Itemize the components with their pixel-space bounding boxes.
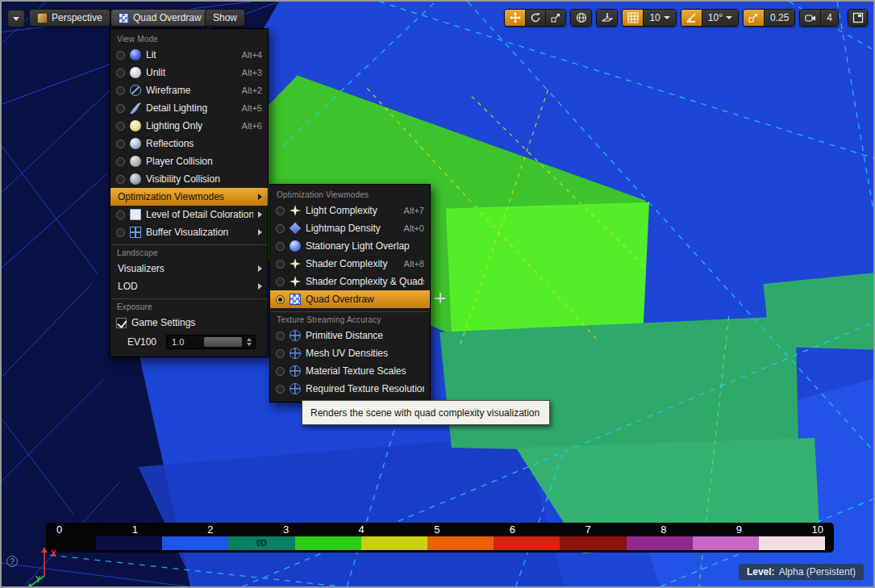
menu-item-visualizers[interactable]: Visualizers bbox=[110, 260, 268, 277]
legend-tick: 6 bbox=[510, 523, 515, 536]
menu-item-reflections[interactable]: Reflections bbox=[110, 135, 268, 152]
scale-tool-button[interactable] bbox=[545, 10, 565, 26]
level-badge[interactable]: Level: Alpha (Persistent) bbox=[739, 564, 864, 580]
world-local-toggle-button[interactable] bbox=[571, 10, 591, 26]
camera-speed-button[interactable] bbox=[800, 10, 820, 26]
globe-icon bbox=[576, 12, 587, 23]
legend-segment bbox=[759, 536, 825, 550]
radio-icon bbox=[116, 228, 125, 237]
player-collision-icon bbox=[130, 156, 141, 167]
legend-tick: 10 bbox=[811, 523, 823, 536]
menu-item-unlit[interactable]: Unlit Alt+3 bbox=[110, 64, 268, 81]
perspective-button[interactable]: Perspective bbox=[29, 9, 110, 27]
legend-segment bbox=[361, 536, 427, 550]
legend-tick: 9 bbox=[736, 523, 742, 536]
viewport-options-dropdown-button[interactable] bbox=[7, 10, 25, 27]
surface-snap-icon bbox=[602, 12, 613, 23]
menu-item-quad-overdraw[interactable]: Quad Overdraw bbox=[270, 290, 430, 308]
legend-tick: 4 bbox=[359, 523, 365, 536]
menu-item-shader-complexity[interactable]: Shader Complexity Alt+8 bbox=[270, 255, 430, 273]
menu-item-wireframe[interactable]: Wireframe Alt+2 bbox=[110, 81, 268, 99]
ev100-spinner-arrows[interactable] bbox=[245, 336, 253, 348]
ev100-spinbox[interactable]: 1.0 bbox=[166, 335, 256, 349]
radio-icon bbox=[116, 69, 125, 77]
legend-marker: 0D bbox=[228, 536, 294, 550]
menu-item-detail-lighting[interactable]: Detail Lighting Alt+5 bbox=[110, 99, 268, 117]
legend-segment bbox=[427, 536, 494, 550]
view-mode-button[interactable]: Quad Overdraw bbox=[110, 9, 210, 27]
menu-item-lod-coloration[interactable]: Level of Detail Coloration bbox=[110, 206, 268, 223]
legend-tick: 5 bbox=[434, 523, 440, 536]
view-mode-menu: View Mode Lit Alt+4 Unlit Alt+3 Wirefram… bbox=[110, 28, 269, 357]
grid-icon bbox=[627, 12, 639, 23]
help-icon[interactable]: ? bbox=[6, 556, 18, 567]
show-button[interactable]: Show bbox=[205, 9, 245, 27]
rotate-tool-button[interactable] bbox=[525, 10, 545, 26]
texture-streaming-accuracy-header: Texture Streaming Accuracy bbox=[270, 312, 430, 327]
scale-snap-value-button[interactable]: 0.25 bbox=[764, 10, 794, 26]
menu-item-shader-complexity-quads[interactable]: Shader Complexity & Quads bbox=[270, 273, 430, 290]
coordinate-space-group bbox=[570, 9, 592, 27]
view-mode-menu-header: View Mode bbox=[110, 31, 268, 46]
radio-icon bbox=[116, 157, 125, 166]
buffer-visualization-icon bbox=[130, 227, 141, 238]
menu-item-light-complexity[interactable]: Light Complexity Alt+7 bbox=[270, 202, 430, 219]
radio-icon bbox=[276, 206, 285, 215]
ev100-value: 1.0 bbox=[167, 337, 184, 347]
menu-item-optimization-viewmodes[interactable]: Optimization Viewmodes bbox=[110, 188, 268, 206]
rotation-snap-toggle-button[interactable] bbox=[681, 10, 702, 26]
legend-tick: 2 bbox=[207, 523, 213, 536]
radio-icon bbox=[116, 122, 125, 131]
quad-overdraw-icon bbox=[119, 13, 129, 23]
perspective-icon bbox=[37, 13, 48, 23]
menu-item-visibility-collision[interactable]: Visibility Collision bbox=[110, 170, 268, 188]
grid-snap-toggle-button[interactable] bbox=[623, 10, 643, 26]
move-tool-button[interactable] bbox=[505, 10, 525, 26]
axis-x-label: X bbox=[51, 549, 56, 558]
menu-item-player-collision[interactable]: Player Collision bbox=[110, 152, 268, 170]
camera-icon bbox=[805, 12, 816, 23]
unlit-icon bbox=[130, 67, 141, 78]
tooltip-text: Renders the scene with quad complexity v… bbox=[310, 407, 540, 419]
menu-item-material-texture-scales[interactable]: Material Texture Scales bbox=[270, 362, 430, 380]
menu-item-lightmap-density[interactable]: Lightmap Density Alt+0 bbox=[270, 219, 430, 237]
menu-item-lit[interactable]: Lit Alt+4 bbox=[110, 46, 268, 64]
game-settings-checkbox[interactable] bbox=[116, 318, 127, 328]
menu-item-game-settings[interactable]: Game Settings bbox=[110, 314, 268, 332]
camera-speed-value-button[interactable]: 4 bbox=[820, 10, 838, 26]
rotation-snap-value-button[interactable]: 10° bbox=[702, 10, 738, 26]
editor-viewport-frame: Perspective Quad Overdraw Show bbox=[0, 0, 875, 588]
ev100-label: EV100 bbox=[116, 336, 161, 348]
shader-complexity-icon bbox=[290, 258, 301, 269]
ev100-slider-handle[interactable] bbox=[204, 337, 242, 347]
radio-icon bbox=[276, 385, 285, 394]
angle-icon bbox=[685, 12, 697, 23]
menu-item-stationary-light-overlap[interactable]: Stationary Light Overlap bbox=[270, 237, 430, 255]
visibility-collision-icon bbox=[130, 173, 141, 185]
maximize-icon bbox=[852, 12, 864, 23]
landscape-section-header: Landscape bbox=[110, 245, 268, 260]
rotation-snap-group: 10° bbox=[681, 9, 739, 27]
legend-ticks: 0 1 2 3 4 5 6 7 8 9 10 bbox=[46, 523, 834, 536]
scale-snap-toggle-button[interactable] bbox=[744, 10, 764, 26]
menu-item-mesh-uv-densities[interactable]: Mesh UV Densities bbox=[270, 344, 430, 362]
grid-snap-value-button[interactable]: 10 bbox=[643, 10, 675, 26]
menu-item-buffer-visualization[interactable]: Buffer Visualization bbox=[110, 223, 268, 241]
legend-tick: 7 bbox=[585, 523, 590, 536]
legend-segment bbox=[627, 536, 693, 550]
radio-icon bbox=[116, 175, 125, 184]
menu-item-lod[interactable]: LOD bbox=[110, 277, 268, 295]
lighting-only-icon bbox=[130, 120, 141, 131]
menu-item-required-texture-resolution[interactable]: Required Texture Resolution bbox=[270, 380, 430, 398]
light-complexity-icon bbox=[290, 205, 301, 216]
detail-lighting-icon bbox=[130, 102, 141, 114]
chevron-down-icon bbox=[664, 16, 670, 19]
rotation-snap-value: 10° bbox=[708, 12, 723, 23]
maximize-viewport-button[interactable] bbox=[848, 10, 867, 26]
submenu-arrow-icon bbox=[258, 265, 262, 272]
scale-snap-value: 0.25 bbox=[770, 12, 789, 23]
menu-item-primitive-distance[interactable]: Primitive Distance bbox=[270, 327, 430, 344]
menu-item-lighting-only[interactable]: Lighting Only Alt+6 bbox=[110, 117, 268, 135]
surface-snapping-button[interactable] bbox=[597, 10, 617, 26]
lit-icon bbox=[130, 49, 141, 60]
